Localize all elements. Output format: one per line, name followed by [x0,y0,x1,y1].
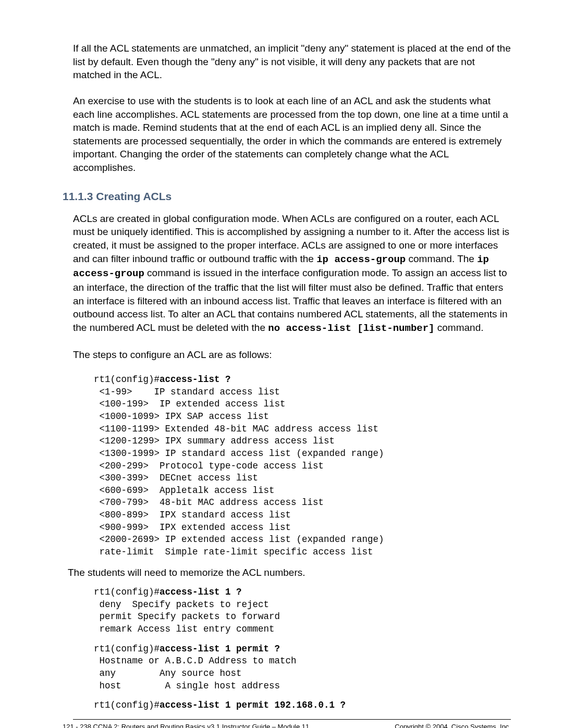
cli-command: access-list 1 ? [160,587,242,597]
inline-code-no-access-list: no access-list [list-number] [268,323,434,334]
cli-prompt: rt1(config)# [94,374,160,385]
cli-prompt: rt1(config)# [94,700,160,710]
paragraph-3: ACLs are created in global configuration… [73,212,511,336]
p3-text-4: command. [435,322,484,333]
footer-divider [73,719,511,720]
footer-left: 121 - 238 CCNA 2: Routers and Routing Ba… [63,723,309,728]
footer-right: Copyright © 2004, Cisco Systems, Inc. [395,723,511,728]
paragraph-2: An exercise to use with the students is … [73,94,511,175]
cli-command: access-list 1 permit ? [160,644,280,654]
p3-text-2: command. The [406,253,477,264]
paragraph-5: The students will need to memorize the A… [68,566,511,579]
cli-output: Hostname or A.B.C.D Address to match any… [94,656,297,690]
cli-command: access-list 1 permit 192.168.0.1 ? [160,700,346,710]
code-block-access-list-help: rt1(config)#access-list ? <1-99> IP stan… [94,374,511,558]
code-block-access-list-1-permit-ip: rt1(config)#access-list 1 permit 192.168… [94,699,511,712]
cli-prompt: rt1(config)# [94,587,160,597]
inline-code-ip-access-group-1: ip access-group [316,254,406,265]
code-block-access-list-1-permit-help: rt1(config)#access-list 1 permit ? Hostn… [94,643,511,693]
paragraph-4: The steps to configure an ACL are as fol… [73,348,511,362]
code-block-access-list-1-help: rt1(config)#access-list 1 ? deny Specify… [94,586,511,636]
cli-output: <1-99> IP standard access list <100-199>… [94,387,384,557]
cli-command: access-list ? [160,374,231,385]
document-page: If all the ACL statements are unmatched,… [0,0,563,728]
paragraph-1: If all the ACL statements are unmatched,… [73,42,511,82]
cli-output: deny Specify packets to reject permit Sp… [94,599,280,634]
section-heading: 11.1.3 Creating ACLs [63,190,511,203]
cli-prompt: rt1(config)# [94,644,160,654]
page-footer: 121 - 238 CCNA 2: Routers and Routing Ba… [63,723,511,728]
